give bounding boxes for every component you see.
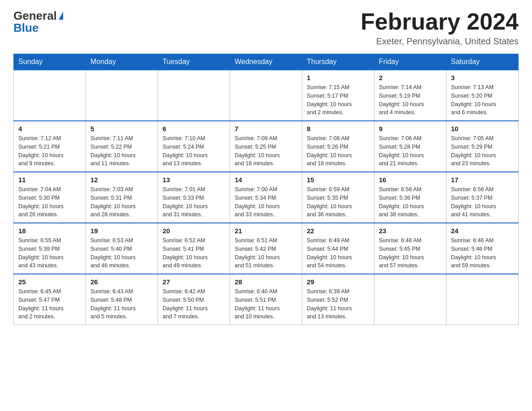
day-info: Sunrise: 7:09 AMSunset: 5:25 PMDaylight:…: [235, 134, 297, 168]
calendar-table: SundayMondayTuesdayWednesdayThursdayFrid…: [13, 54, 519, 325]
week-row-3: 18Sunrise: 6:55 AMSunset: 5:39 PMDayligh…: [14, 223, 519, 274]
calendar-cell: [86, 70, 158, 121]
day-number: 2: [379, 74, 442, 81]
day-number: 14: [235, 176, 297, 184]
day-number: 28: [235, 278, 297, 286]
column-header-sunday: Sunday: [14, 54, 86, 70]
day-info: Sunrise: 7:13 AMSunset: 5:20 PMDaylight:…: [451, 83, 514, 117]
calendar-cell: 25Sunrise: 6:45 AMSunset: 5:47 PMDayligh…: [14, 274, 86, 325]
day-info: Sunrise: 7:05 AMSunset: 5:29 PMDaylight:…: [451, 134, 514, 168]
calendar-cell: 11Sunrise: 7:04 AMSunset: 5:30 PMDayligh…: [14, 172, 86, 223]
calendar-cell: [14, 70, 86, 121]
day-info: Sunrise: 6:56 AMSunset: 5:37 PMDaylight:…: [451, 185, 514, 219]
calendar-cell: 13Sunrise: 7:01 AMSunset: 5:33 PMDayligh…: [158, 172, 230, 223]
day-number: 6: [163, 125, 225, 133]
day-number: 29: [307, 278, 369, 286]
day-number: 23: [379, 227, 442, 235]
day-info: Sunrise: 6:45 AMSunset: 5:47 PMDaylight:…: [18, 287, 81, 321]
day-info: Sunrise: 7:01 AMSunset: 5:33 PMDaylight:…: [163, 185, 225, 219]
day-number: 19: [90, 227, 153, 235]
day-info: Sunrise: 7:11 AMSunset: 5:22 PMDaylight:…: [90, 134, 153, 168]
day-info: Sunrise: 7:03 AMSunset: 5:31 PMDaylight:…: [90, 185, 153, 219]
day-info: Sunrise: 6:49 AMSunset: 5:44 PMDaylight:…: [307, 236, 369, 270]
logo-triangle-icon: [59, 12, 63, 20]
calendar-cell: 29Sunrise: 6:39 AMSunset: 5:52 PMDayligh…: [302, 274, 374, 325]
week-row-4: 25Sunrise: 6:45 AMSunset: 5:47 PMDayligh…: [14, 274, 519, 325]
day-number: 16: [379, 176, 442, 184]
calendar-cell: 21Sunrise: 6:51 AMSunset: 5:42 PMDayligh…: [230, 223, 302, 274]
calendar-cell: 23Sunrise: 6:48 AMSunset: 5:45 PMDayligh…: [374, 223, 446, 274]
day-info: Sunrise: 7:14 AMSunset: 5:19 PMDaylight:…: [379, 83, 442, 117]
calendar-cell: 12Sunrise: 7:03 AMSunset: 5:31 PMDayligh…: [86, 172, 158, 223]
title-area: February 2024 Exeter, Pennsylvania, Unit…: [360, 9, 519, 47]
day-info: Sunrise: 6:59 AMSunset: 5:35 PMDaylight:…: [307, 185, 369, 219]
week-row-2: 11Sunrise: 7:04 AMSunset: 5:30 PMDayligh…: [14, 172, 519, 223]
calendar-cell: 22Sunrise: 6:49 AMSunset: 5:44 PMDayligh…: [302, 223, 374, 274]
day-info: Sunrise: 7:06 AMSunset: 5:28 PMDaylight:…: [379, 134, 442, 168]
calendar-cell: 19Sunrise: 6:53 AMSunset: 5:40 PMDayligh…: [86, 223, 158, 274]
calendar-cell: 4Sunrise: 7:12 AMSunset: 5:21 PMDaylight…: [14, 121, 86, 172]
day-number: 15: [307, 176, 369, 184]
column-header-saturday: Saturday: [446, 54, 519, 70]
day-info: Sunrise: 6:39 AMSunset: 5:52 PMDaylight:…: [307, 287, 369, 321]
calendar-header-row: SundayMondayTuesdayWednesdayThursdayFrid…: [14, 54, 519, 70]
week-row-0: 1Sunrise: 7:15 AMSunset: 5:17 PMDaylight…: [14, 70, 519, 121]
calendar-cell: 26Sunrise: 6:43 AMSunset: 5:48 PMDayligh…: [86, 274, 158, 325]
day-number: 21: [235, 227, 297, 235]
day-number: 12: [90, 176, 153, 184]
day-info: Sunrise: 6:48 AMSunset: 5:45 PMDaylight:…: [379, 236, 442, 270]
day-info: Sunrise: 6:46 AMSunset: 5:46 PMDaylight:…: [451, 236, 514, 270]
calendar-cell: 1Sunrise: 7:15 AMSunset: 5:17 PMDaylight…: [302, 70, 374, 121]
column-header-tuesday: Tuesday: [158, 54, 230, 70]
calendar-cell: [230, 70, 302, 121]
calendar-cell: 27Sunrise: 6:42 AMSunset: 5:50 PMDayligh…: [158, 274, 230, 325]
calendar-cell: 5Sunrise: 7:11 AMSunset: 5:22 PMDaylight…: [86, 121, 158, 172]
column-header-wednesday: Wednesday: [230, 54, 302, 70]
day-number: 5: [90, 125, 153, 133]
location-subtitle: Exeter, Pennsylvania, United States: [360, 36, 519, 47]
day-number: 27: [163, 278, 225, 286]
day-info: Sunrise: 7:04 AMSunset: 5:30 PMDaylight:…: [18, 185, 81, 219]
day-info: Sunrise: 7:08 AMSunset: 5:26 PMDaylight:…: [307, 134, 369, 168]
day-info: Sunrise: 7:10 AMSunset: 5:24 PMDaylight:…: [163, 134, 225, 168]
day-info: Sunrise: 6:55 AMSunset: 5:39 PMDaylight:…: [18, 236, 81, 270]
week-row-1: 4Sunrise: 7:12 AMSunset: 5:21 PMDaylight…: [14, 121, 519, 172]
calendar-cell: 9Sunrise: 7:06 AMSunset: 5:28 PMDaylight…: [374, 121, 446, 172]
day-info: Sunrise: 6:51 AMSunset: 5:42 PMDaylight:…: [235, 236, 297, 270]
day-number: 13: [163, 176, 225, 184]
day-number: 20: [163, 227, 225, 235]
calendar-cell: 3Sunrise: 7:13 AMSunset: 5:20 PMDaylight…: [446, 70, 519, 121]
day-number: 17: [451, 176, 514, 184]
day-info: Sunrise: 7:15 AMSunset: 5:17 PMDaylight:…: [307, 83, 369, 117]
calendar-cell: 7Sunrise: 7:09 AMSunset: 5:25 PMDaylight…: [230, 121, 302, 172]
day-number: 11: [18, 176, 81, 184]
calendar-cell: 28Sunrise: 6:40 AMSunset: 5:51 PMDayligh…: [230, 274, 302, 325]
day-number: 8: [307, 125, 369, 133]
day-number: 1: [307, 74, 369, 81]
day-info: Sunrise: 6:52 AMSunset: 5:41 PMDaylight:…: [163, 236, 225, 270]
calendar-cell: [446, 274, 519, 325]
calendar-cell: 10Sunrise: 7:05 AMSunset: 5:29 PMDayligh…: [446, 121, 519, 172]
month-title: February 2024: [360, 9, 519, 34]
calendar-cell: 17Sunrise: 6:56 AMSunset: 5:37 PMDayligh…: [446, 172, 519, 223]
day-number: 22: [307, 227, 369, 235]
day-number: 26: [90, 278, 153, 286]
day-number: 9: [379, 125, 442, 133]
calendar-cell: 15Sunrise: 6:59 AMSunset: 5:35 PMDayligh…: [302, 172, 374, 223]
day-info: Sunrise: 6:42 AMSunset: 5:50 PMDaylight:…: [163, 287, 225, 321]
page-header: General Blue February 2024 Exeter, Penns…: [13, 9, 519, 47]
day-info: Sunrise: 6:40 AMSunset: 5:51 PMDaylight:…: [235, 287, 297, 321]
day-info: Sunrise: 6:43 AMSunset: 5:48 PMDaylight:…: [90, 287, 153, 321]
day-info: Sunrise: 7:00 AMSunset: 5:34 PMDaylight:…: [235, 185, 297, 219]
calendar-cell: 16Sunrise: 6:58 AMSunset: 5:36 PMDayligh…: [374, 172, 446, 223]
day-info: Sunrise: 6:53 AMSunset: 5:40 PMDaylight:…: [90, 236, 153, 270]
calendar-cell: 14Sunrise: 7:00 AMSunset: 5:34 PMDayligh…: [230, 172, 302, 223]
day-number: 25: [18, 278, 81, 286]
calendar-cell: 6Sunrise: 7:10 AMSunset: 5:24 PMDaylight…: [158, 121, 230, 172]
column-header-monday: Monday: [86, 54, 158, 70]
calendar-cell: [374, 274, 446, 325]
calendar-cell: 2Sunrise: 7:14 AMSunset: 5:19 PMDaylight…: [374, 70, 446, 121]
calendar-cell: 8Sunrise: 7:08 AMSunset: 5:26 PMDaylight…: [302, 121, 374, 172]
column-header-thursday: Thursday: [302, 54, 374, 70]
day-number: 24: [451, 227, 514, 235]
